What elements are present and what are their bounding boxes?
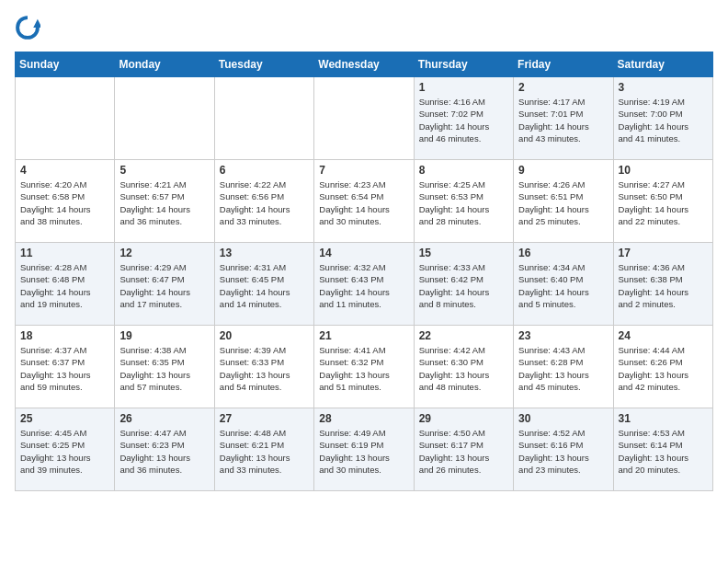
calendar-header: SundayMondayTuesdayWednesdayThursdayFrid… (16, 52, 713, 77)
day-info: Sunrise: 4:33 AM Sunset: 6:42 PM Dayligh… (419, 261, 508, 310)
day-number: 8 (419, 164, 508, 177)
calendar-cell: 30Sunrise: 4:52 AM Sunset: 6:16 PM Dayli… (514, 408, 613, 491)
calendar-week-row: 18Sunrise: 4:37 AM Sunset: 6:37 PM Dayli… (16, 326, 713, 408)
weekday-header: Tuesday (214, 52, 313, 77)
day-info: Sunrise: 4:19 AM Sunset: 7:00 PM Dayligh… (619, 96, 708, 144)
calendar-week-row: 1Sunrise: 4:16 AM Sunset: 7:02 PM Daylig… (16, 77, 713, 160)
day-info: Sunrise: 4:44 AM Sunset: 6:26 PM Dayligh… (619, 344, 708, 393)
weekday-header: Sunday (16, 52, 115, 77)
calendar-week-row: 4Sunrise: 4:20 AM Sunset: 6:58 PM Daylig… (16, 160, 713, 243)
calendar-cell: 19Sunrise: 4:38 AM Sunset: 6:35 PM Dayli… (115, 326, 214, 408)
day-number: 20 (220, 329, 309, 342)
day-number: 13 (220, 247, 309, 259)
day-info: Sunrise: 4:34 AM Sunset: 6:40 PM Dayligh… (518, 261, 608, 310)
day-info: Sunrise: 4:38 AM Sunset: 6:35 PM Dayligh… (119, 344, 209, 393)
weekday-header: Thursday (414, 52, 513, 77)
day-number: 26 (119, 412, 209, 425)
day-info: Sunrise: 4:47 AM Sunset: 6:23 PM Dayligh… (119, 427, 209, 476)
day-info: Sunrise: 4:27 AM Sunset: 6:50 PM Dayligh… (619, 178, 708, 227)
day-info: Sunrise: 4:16 AM Sunset: 7:02 PM Dayligh… (419, 96, 508, 144)
day-number: 27 (220, 412, 309, 425)
day-info: Sunrise: 4:41 AM Sunset: 6:32 PM Dayligh… (319, 344, 408, 393)
calendar-week-row: 11Sunrise: 4:28 AM Sunset: 6:48 PM Dayli… (16, 243, 713, 326)
day-info: Sunrise: 4:43 AM Sunset: 6:28 PM Dayligh… (518, 344, 608, 393)
day-number: 9 (518, 164, 608, 177)
day-number: 30 (518, 412, 608, 425)
day-number: 10 (619, 164, 708, 177)
calendar-cell: 25Sunrise: 4:45 AM Sunset: 6:25 PM Dayli… (16, 408, 115, 491)
day-number: 15 (419, 247, 508, 259)
calendar-cell: 28Sunrise: 4:49 AM Sunset: 6:19 PM Dayli… (314, 408, 414, 491)
weekday-header: Wednesday (314, 52, 414, 77)
calendar-cell: 8Sunrise: 4:25 AM Sunset: 6:53 PM Daylig… (414, 160, 513, 243)
calendar-cell: 17Sunrise: 4:36 AM Sunset: 6:38 PM Dayli… (613, 243, 712, 326)
day-number: 24 (619, 329, 708, 342)
calendar-cell (115, 77, 214, 160)
day-number: 28 (319, 412, 408, 425)
calendar-cell: 13Sunrise: 4:31 AM Sunset: 6:45 PM Dayli… (214, 243, 313, 326)
weekday-header: Saturday (613, 52, 712, 77)
day-number: 6 (220, 164, 309, 177)
logo (15, 15, 44, 40)
day-info: Sunrise: 4:49 AM Sunset: 6:19 PM Dayligh… (319, 427, 408, 476)
calendar-cell (16, 77, 115, 160)
day-info: Sunrise: 4:17 AM Sunset: 7:01 PM Dayligh… (518, 96, 608, 144)
day-info: Sunrise: 4:50 AM Sunset: 6:17 PM Dayligh… (419, 427, 508, 476)
day-info: Sunrise: 4:45 AM Sunset: 6:25 PM Dayligh… (20, 427, 109, 476)
calendar-cell: 15Sunrise: 4:33 AM Sunset: 6:42 PM Dayli… (414, 243, 513, 326)
calendar-cell: 11Sunrise: 4:28 AM Sunset: 6:48 PM Dayli… (16, 243, 115, 326)
day-number: 11 (20, 247, 109, 259)
weekday-header: Friday (514, 52, 613, 77)
day-number: 16 (518, 247, 608, 259)
calendar-cell: 29Sunrise: 4:50 AM Sunset: 6:17 PM Dayli… (414, 408, 513, 491)
day-number: 18 (20, 329, 109, 342)
day-number: 21 (319, 329, 408, 342)
day-info: Sunrise: 4:29 AM Sunset: 6:47 PM Dayligh… (119, 261, 209, 310)
day-info: Sunrise: 4:36 AM Sunset: 6:38 PM Dayligh… (619, 261, 708, 310)
page-header (15, 15, 713, 40)
calendar-cell: 2Sunrise: 4:17 AM Sunset: 7:01 PM Daylig… (514, 77, 613, 160)
calendar-cell: 1Sunrise: 4:16 AM Sunset: 7:02 PM Daylig… (414, 77, 513, 160)
day-number: 4 (20, 164, 109, 177)
day-info: Sunrise: 4:31 AM Sunset: 6:45 PM Dayligh… (220, 261, 309, 310)
calendar-week-row: 25Sunrise: 4:45 AM Sunset: 6:25 PM Dayli… (16, 408, 713, 491)
day-number: 19 (119, 329, 209, 342)
calendar-cell: 10Sunrise: 4:27 AM Sunset: 6:50 PM Dayli… (613, 160, 712, 243)
calendar-cell (314, 77, 414, 160)
day-number: 22 (419, 329, 508, 342)
day-number: 7 (319, 164, 408, 177)
day-info: Sunrise: 4:20 AM Sunset: 6:58 PM Dayligh… (20, 178, 109, 227)
day-number: 1 (419, 81, 508, 94)
calendar-cell (214, 77, 313, 160)
calendar-cell: 22Sunrise: 4:42 AM Sunset: 6:30 PM Dayli… (414, 326, 513, 408)
day-number: 29 (419, 412, 508, 425)
day-number: 31 (619, 412, 708, 425)
calendar-cell: 3Sunrise: 4:19 AM Sunset: 7:00 PM Daylig… (613, 77, 712, 160)
logo-icon (15, 15, 40, 40)
day-number: 25 (20, 412, 109, 425)
day-info: Sunrise: 4:22 AM Sunset: 6:56 PM Dayligh… (220, 178, 309, 227)
day-info: Sunrise: 4:21 AM Sunset: 6:57 PM Dayligh… (119, 178, 209, 227)
day-number: 12 (119, 247, 209, 259)
calendar-cell: 9Sunrise: 4:26 AM Sunset: 6:51 PM Daylig… (514, 160, 613, 243)
calendar-cell: 4Sunrise: 4:20 AM Sunset: 6:58 PM Daylig… (16, 160, 115, 243)
calendar-cell: 23Sunrise: 4:43 AM Sunset: 6:28 PM Dayli… (514, 326, 613, 408)
calendar-table: SundayMondayTuesdayWednesdayThursdayFrid… (15, 52, 713, 491)
calendar-cell: 31Sunrise: 4:53 AM Sunset: 6:14 PM Dayli… (613, 408, 712, 491)
day-info: Sunrise: 4:23 AM Sunset: 6:54 PM Dayligh… (319, 178, 408, 227)
day-number: 2 (518, 81, 608, 94)
day-info: Sunrise: 4:26 AM Sunset: 6:51 PM Dayligh… (518, 178, 608, 227)
day-number: 3 (619, 81, 708, 94)
calendar-cell: 26Sunrise: 4:47 AM Sunset: 6:23 PM Dayli… (115, 408, 214, 491)
calendar-cell: 7Sunrise: 4:23 AM Sunset: 6:54 PM Daylig… (314, 160, 414, 243)
calendar-cell: 18Sunrise: 4:37 AM Sunset: 6:37 PM Dayli… (16, 326, 115, 408)
calendar-cell: 14Sunrise: 4:32 AM Sunset: 6:43 PM Dayli… (314, 243, 414, 326)
day-info: Sunrise: 4:52 AM Sunset: 6:16 PM Dayligh… (518, 427, 608, 476)
day-number: 5 (119, 164, 209, 177)
day-info: Sunrise: 4:37 AM Sunset: 6:37 PM Dayligh… (20, 344, 109, 393)
calendar-cell: 21Sunrise: 4:41 AM Sunset: 6:32 PM Dayli… (314, 326, 414, 408)
svg-marker-0 (33, 19, 40, 28)
day-info: Sunrise: 4:32 AM Sunset: 6:43 PM Dayligh… (319, 261, 408, 310)
calendar-body: 1Sunrise: 4:16 AM Sunset: 7:02 PM Daylig… (16, 77, 713, 491)
day-info: Sunrise: 4:53 AM Sunset: 6:14 PM Dayligh… (619, 427, 708, 476)
